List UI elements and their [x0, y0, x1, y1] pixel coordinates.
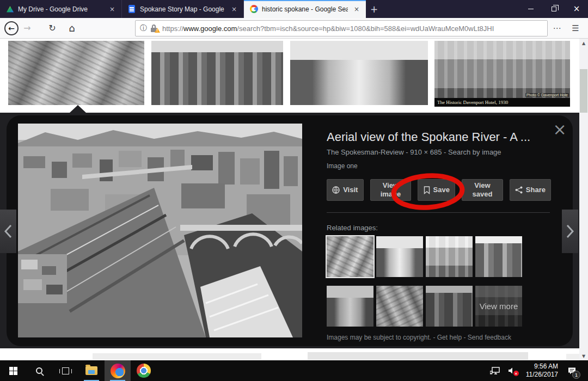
get-help-link[interactable]: Get help — [437, 334, 462, 341]
thumbnail-caption: The Historic Davenport Hotel, 1930 — [434, 98, 570, 107]
related-image-thumb[interactable] — [426, 286, 473, 327]
windows-logo-icon — [9, 367, 17, 375]
tab-title: historic spokane - Google Searc — [262, 5, 348, 13]
windows-taskbar: × 9:56 AM 11/26/2017 1 — [0, 360, 588, 381]
taskbar-clock[interactable]: 9:56 AM 11/26/2017 — [522, 362, 562, 379]
related-image-thumb[interactable] — [376, 286, 423, 327]
task-view-icon — [62, 367, 69, 374]
page-scrollbar[interactable]: ▲ ▼ — [579, 39, 588, 360]
next-image-button[interactable] — [562, 210, 578, 253]
back-button[interactable]: ← — [4, 21, 19, 35]
system-tray: × 9:56 AM 11/26/2017 1 — [487, 360, 588, 381]
overflow-menu-icon[interactable]: ⋯ — [549, 18, 565, 39]
scroll-up-arrow[interactable]: ▲ — [579, 39, 588, 47]
tab-close-icon[interactable]: × — [229, 4, 239, 14]
image-caption: Image one — [327, 162, 551, 170]
divider — [327, 212, 550, 213]
chrome-button[interactable] — [131, 360, 157, 381]
chevron-left-icon — [4, 224, 12, 238]
save-button[interactable]: Save — [418, 179, 455, 201]
share-button[interactable]: Share — [510, 179, 551, 201]
previous-image-button[interactable] — [0, 210, 16, 253]
related-image-thumb[interactable] — [426, 236, 473, 277]
close-window-button[interactable]: × — [565, 0, 588, 18]
restore-icon — [552, 7, 556, 11]
hamburger-menu-icon[interactable]: ☰ — [567, 18, 584, 39]
result-thumbnail-aerial-selected[interactable] — [8, 41, 144, 105]
related-image-thumb[interactable] — [376, 236, 423, 277]
preview-footer: Images may be subject to copyright. - Ge… — [327, 334, 551, 341]
result-thumbnail-street[interactable] — [290, 41, 428, 105]
separator: - — [433, 334, 435, 341]
minimize-button[interactable] — [519, 0, 542, 18]
related-image-thumb[interactable] — [327, 286, 373, 327]
browser-titlebar: My Drive - Google Drive × Spokane Story … — [0, 0, 588, 18]
url-text: https://www.google.com/search?tbm=isch&s… — [162, 24, 543, 33]
google-images-page: Photo © Davenport Hote The Historic Dave… — [0, 39, 588, 360]
bookmark-icon — [424, 186, 430, 194]
button-label: View image — [374, 181, 408, 198]
view-saved-button[interactable]: View saved — [462, 179, 503, 201]
volume-muted-icon[interactable]: × — [505, 360, 519, 381]
separator: - — [406, 148, 408, 156]
forward-button[interactable]: → — [19, 20, 36, 37]
notification-count-badge: 1 — [572, 371, 580, 379]
start-button[interactable] — [0, 360, 26, 381]
url-path: /search?tbm=isch&source=hp&biw=1080&bih=… — [237, 24, 494, 33]
url-bar[interactable]: ⓘ https://www.google.com/search?tbm=isch… — [135, 20, 548, 36]
view-more-label[interactable]: View more — [475, 286, 522, 327]
network-status-icon[interactable] — [487, 360, 503, 381]
file-explorer-icon — [85, 366, 97, 375]
send-feedback-link[interactable]: Send feedback — [468, 334, 511, 341]
restore-button[interactable] — [542, 0, 565, 18]
visit-button[interactable]: Visit — [327, 179, 364, 201]
clock-date: 11/26/2017 — [526, 371, 558, 379]
selected-thumbnail-pointer — [70, 105, 86, 113]
refresh-button[interactable]: ↻ — [44, 20, 61, 37]
firefox-icon — [111, 364, 125, 378]
clock-time: 9:56 AM — [526, 362, 558, 371]
preview-image-aerial-spokane[interactable] — [18, 124, 302, 337]
scrollbar-thumb[interactable] — [580, 69, 587, 113]
preview-meta: The Spokesman-Review - 910 × 685 - Searc… — [327, 148, 551, 156]
home-button[interactable]: ⌂ — [63, 20, 81, 37]
tab-my-drive[interactable]: My Drive - Google Drive × — [0, 0, 122, 18]
preview-details: Aerial view of the Spokane River - A ...… — [327, 124, 551, 341]
chrome-icon — [137, 364, 151, 378]
new-tab-button[interactable]: + — [366, 0, 382, 18]
separator: - — [444, 148, 446, 156]
url-host: www.google.com — [183, 24, 237, 33]
task-view-button[interactable] — [52, 360, 78, 381]
result-thumbnail-davenport-hotel[interactable]: Photo © Davenport Hote The Historic Dave… — [434, 41, 570, 107]
peek-result — [566, 354, 579, 360]
window-controls: × — [519, 0, 588, 18]
related-image-thumb-selected[interactable] — [327, 236, 373, 277]
page-info-icon[interactable]: ⓘ — [140, 23, 147, 33]
result-thumbnail-building[interactable] — [151, 41, 283, 105]
related-image-view-more[interactable]: View more — [475, 286, 522, 327]
related-image-thumb[interactable] — [475, 236, 522, 277]
button-label: Share — [526, 186, 546, 194]
mixed-content-lock-icon[interactable] — [150, 24, 158, 32]
search-icon — [36, 367, 42, 374]
tab-historic-spokane-active[interactable]: historic spokane - Google Searc × — [244, 0, 366, 18]
navigation-toolbar: ← → ↻ ⌂ ⓘ https://www.google.com/search?… — [0, 18, 588, 39]
screen: My Drive - Google Drive × Spokane Story … — [0, 0, 588, 381]
firefox-button[interactable] — [105, 360, 131, 381]
tab-close-icon[interactable]: × — [107, 4, 117, 14]
taskbar-search-button[interactable] — [26, 360, 52, 381]
tab-close-icon[interactable]: × — [352, 4, 362, 14]
search-by-image-link[interactable]: Search by image — [448, 148, 501, 156]
preview-actions: Visit View image Save View saved Share — [327, 179, 551, 201]
view-image-button[interactable]: View image — [370, 179, 412, 201]
file-explorer-button[interactable] — [78, 360, 105, 381]
action-center-button[interactable]: 1 — [565, 360, 579, 381]
tab-spokane-story-map[interactable]: Spokane Story Map - Google Do × — [122, 0, 244, 18]
image-preview-overlay: Aerial view of the Spokane River - A ...… — [0, 113, 579, 348]
google-drive-icon — [5, 5, 14, 14]
tab-title: My Drive - Google Drive — [18, 5, 103, 13]
close-preview-icon[interactable]: × — [549, 118, 571, 140]
scroll-down-arrow[interactable]: ▼ — [579, 352, 588, 360]
google-docs-icon — [127, 5, 136, 14]
minimize-icon — [528, 9, 534, 9]
